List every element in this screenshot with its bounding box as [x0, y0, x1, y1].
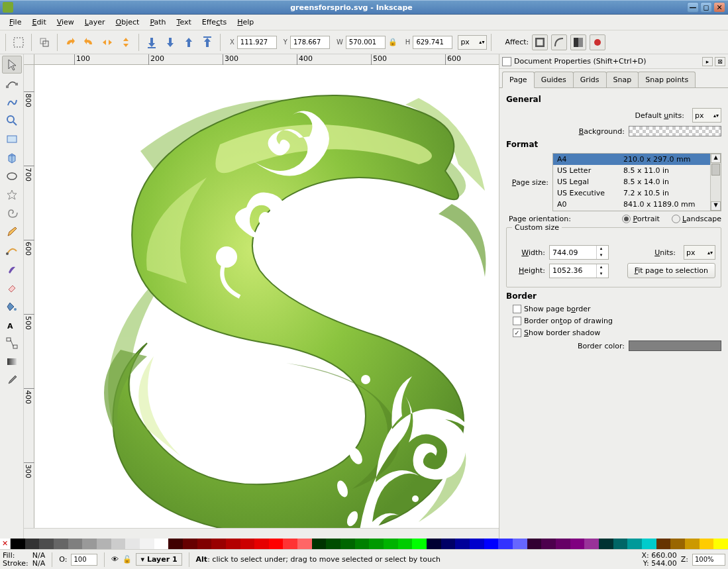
select-all-button[interactable] — [10, 34, 27, 51]
minimize-button[interactable]: — — [687, 2, 699, 13]
color-swatch[interactable] — [312, 539, 327, 549]
color-swatch[interactable] — [470, 539, 484, 549]
layer-selector[interactable]: ▾ Layer 1 — [136, 553, 182, 566]
affect-corners-button[interactable] — [551, 34, 567, 50]
color-swatch[interactable] — [226, 539, 240, 549]
color-swatch[interactable] — [39, 539, 54, 549]
color-swatch[interactable] — [570, 539, 585, 549]
menu-text[interactable]: Text — [172, 16, 197, 28]
tab-guides[interactable]: Guides — [534, 72, 574, 87]
menu-edit[interactable]: Edit — [26, 16, 51, 28]
select-layers-button[interactable] — [36, 34, 53, 51]
menu-view[interactable]: View — [52, 16, 79, 28]
ruler-horizontal[interactable]: 100200300400500600 — [34, 54, 499, 65]
border-shadow-check[interactable]: Show border shadow — [513, 329, 600, 337]
color-swatch[interactable] — [398, 539, 413, 549]
width-field[interactable]: ▴▾ — [549, 245, 609, 260]
lower-button[interactable] — [162, 34, 179, 51]
panel-close-button[interactable]: ⊠ — [715, 57, 725, 66]
lock-aspect-button[interactable]: 🔒 — [387, 34, 399, 51]
y-field[interactable]: 178.667 — [290, 36, 330, 49]
color-swatch[interactable] — [670, 539, 685, 549]
fit-page-button[interactable]: Fit page to selection — [627, 263, 715, 278]
raise-button[interactable] — [180, 34, 197, 51]
show-border-check[interactable]: Show page border — [513, 305, 590, 313]
color-swatch[interactable] — [700, 539, 714, 549]
color-swatch[interactable] — [541, 539, 556, 549]
tab-grids[interactable]: Grids — [573, 72, 607, 87]
text-tool[interactable]: A — [2, 315, 22, 333]
zoom-field[interactable] — [692, 554, 725, 566]
canvas[interactable] — [34, 65, 499, 528]
tab-snap[interactable]: Snap — [606, 72, 639, 87]
spiral-tool[interactable] — [2, 204, 22, 222]
color-swatch[interactable] — [111, 539, 126, 549]
menu-help[interactable]: Help — [232, 16, 259, 28]
ellipse-tool[interactable] — [2, 167, 22, 185]
unit-select[interactable]: px▴▾ — [458, 35, 487, 50]
selector-tool[interactable] — [2, 56, 22, 74]
color-swatch[interactable] — [513, 539, 527, 549]
color-swatch[interactable] — [254, 539, 269, 549]
star-tool[interactable] — [2, 185, 22, 203]
color-swatch[interactable] — [68, 539, 83, 549]
flip-v-button[interactable] — [117, 34, 134, 51]
maximize-button[interactable]: ◻ — [700, 2, 712, 13]
affect-gradient-button[interactable] — [570, 34, 586, 50]
3dbox-tool[interactable] — [2, 148, 22, 166]
color-swatch[interactable] — [685, 539, 700, 549]
color-swatch[interactable] — [25, 539, 40, 549]
color-swatch[interactable] — [97, 539, 111, 549]
raise-top-button[interactable] — [199, 34, 216, 51]
color-swatch[interactable] — [269, 539, 284, 549]
background-color-button[interactable] — [629, 126, 721, 136]
bezier-tool[interactable] — [2, 241, 22, 259]
pencil-tool[interactable] — [2, 223, 22, 240]
opacity-field[interactable] — [71, 554, 97, 566]
connector-tool[interactable] — [2, 334, 22, 352]
color-swatch[interactable] — [168, 539, 183, 549]
border-top-check[interactable]: Border on top of drawing — [513, 317, 613, 325]
size-item[interactable]: US Legal8.5 x 14.0 in — [553, 176, 710, 187]
palette[interactable]: ✕ — [0, 539, 728, 549]
color-swatch[interactable] — [613, 539, 628, 549]
color-swatch[interactable] — [240, 539, 255, 549]
menu-effects[interactable]: Effects — [197, 16, 232, 28]
color-swatch[interactable] — [369, 539, 384, 549]
color-swatch[interactable] — [297, 539, 312, 549]
rotate-cw-button[interactable] — [80, 34, 97, 51]
tweak-tool[interactable] — [2, 93, 22, 111]
affect-pattern-button[interactable] — [590, 34, 605, 50]
menu-path[interactable]: Path — [144, 16, 171, 28]
height-field[interactable]: ▴▾ — [549, 264, 609, 278]
border-color-button[interactable] — [629, 340, 721, 351]
color-swatch[interactable] — [154, 539, 169, 549]
zoom-tool[interactable] — [2, 111, 22, 129]
lock-icon[interactable]: 🔓 — [123, 555, 132, 564]
no-color-swatch[interactable]: ✕ — [0, 539, 11, 549]
color-swatch[interactable] — [642, 539, 656, 549]
color-swatch[interactable] — [326, 539, 340, 549]
tab-page[interactable]: Page — [502, 72, 535, 88]
rect-tool[interactable] — [2, 130, 22, 148]
portrait-radio[interactable]: Portrait — [622, 215, 659, 223]
lower-bottom-button[interactable] — [143, 34, 160, 51]
h-field[interactable]: 629.741 — [413, 36, 452, 49]
color-swatch[interactable] — [211, 539, 226, 549]
color-swatch[interactable] — [498, 539, 513, 549]
color-swatch[interactable] — [713, 539, 728, 549]
menu-file[interactable]: File — [4, 16, 26, 28]
landscape-radio[interactable]: Landscape — [672, 215, 721, 223]
color-swatch[interactable] — [82, 539, 97, 549]
color-swatch[interactable] — [54, 539, 68, 549]
color-swatch[interactable] — [125, 539, 140, 549]
color-swatch[interactable] — [384, 539, 398, 549]
color-swatch[interactable] — [584, 539, 599, 549]
color-swatch[interactable] — [441, 539, 456, 549]
color-swatch[interactable] — [627, 539, 642, 549]
menu-layer[interactable]: Layer — [79, 16, 111, 28]
color-swatch[interactable] — [283, 539, 297, 549]
size-item[interactable]: US Letter8.5 x 11.0 in — [553, 165, 710, 176]
color-swatch[interactable] — [599, 539, 613, 549]
default-units-select[interactable]: px▴▾ — [692, 108, 721, 123]
